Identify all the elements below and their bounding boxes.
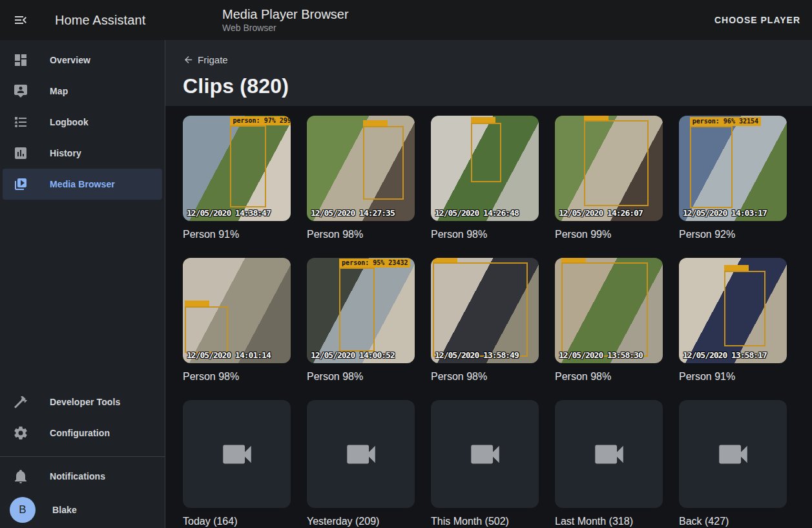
tooltip-account-icon [13,83,28,99]
sidebar-item-media-browser[interactable]: Media Browser [3,169,162,200]
main-panel: Frigate Clips (820) person: 97% 29988 12… [165,40,812,528]
detection-bbox [363,126,404,200]
folder-label: Last Month (318) [555,516,663,527]
detection-label: person: 97% 29988 [230,116,291,125]
breadcrumb-label: Frigate [198,54,228,65]
arrow-left-icon [183,54,194,65]
format-list-bulleted-icon [13,114,28,130]
clip-card[interactable]: 12/05/2020 14:27:35 Person 98% [307,116,415,240]
clip-timestamp: 12/05/2020 13:58:49 [435,350,519,360]
clip-thumbnail: 12/05/2020 14:26:07 [555,116,663,221]
folder-thumbnail [679,400,787,508]
clip-card[interactable]: person: 95% 23432 12/05/2020 14:00:52 Pe… [307,258,415,383]
clip-card[interactable]: person: 97% 29988 12/05/2020 14:38:47 Pe… [183,116,291,240]
hammer-icon [13,394,28,410]
clip-thumbnail: 12/05/2020 13:58:30 [555,258,663,363]
folder-thumbnail [555,400,663,508]
folder-label: This Month (502) [431,516,539,527]
clip-card[interactable]: 12/05/2020 13:58:49 Person 98% [431,258,539,383]
detection-bbox [724,271,765,346]
clip-timestamp: 12/05/2020 14:26:48 [435,208,519,218]
detection-bbox [433,262,528,357]
app-window: Home Assistant Media Player Browser Web … [0,0,812,528]
clip-card[interactable]: 12/05/2020 14:01:14 Person 98% [183,258,291,383]
folder-card-back[interactable]: Back (427) [679,400,787,527]
video-icon [218,436,256,473]
detection-bbox [339,268,375,352]
detection-mini-label [584,116,609,120]
video-icon [590,436,628,473]
folder-label: Back (427) [679,516,787,527]
detection-bbox [690,126,733,208]
sidebar-item-configuration[interactable]: Configuration [3,417,162,449]
clip-timestamp: 12/05/2020 14:00:52 [311,350,395,360]
video-icon [714,436,752,473]
sidebar-item-label: Media Browser [50,179,115,189]
clips-content: person: 97% 29988 12/05/2020 14:38:47 Pe… [165,106,812,528]
top-app-bar: Home Assistant Media Player Browser Web … [0,0,812,40]
sidebar-divider [0,456,165,457]
sidebar-spacer [0,200,165,386]
detection-mini-label [561,258,586,262]
page-title: Clips (820) [183,74,796,98]
detection-label: person: 96% 32154 [690,117,761,126]
clip-thumbnail: 12/05/2020 14:26:48 [431,116,539,221]
clip-card[interactable]: person: 96% 32154 12/05/2020 14:03:17 Pe… [679,116,787,240]
folder-thumbnail [431,400,539,508]
detection-mini-label [471,117,495,123]
sidebar-item-logbook[interactable]: Logbook [3,107,162,138]
folder-label: Yesterday (209) [307,516,415,527]
sidebar-item-map[interactable]: Map [3,76,162,107]
sidebar-item-overview[interactable]: Overview [3,45,162,76]
clip-caption: Person 99% [555,229,663,240]
breadcrumb[interactable]: Frigate [183,54,228,65]
media-player-title: Media Player Browser [222,6,349,22]
clip-card[interactable]: 12/05/2020 14:26:07 Person 99% [555,116,663,240]
folder-card-last-month[interactable]: Last Month (318) [555,400,663,527]
choose-player-button[interactable]: CHOOSE PLAYER [705,8,809,32]
sidebar: Overview Map Logbook History Med [0,40,165,528]
app-title: Home Assistant [55,13,145,28]
gear-icon [13,425,28,441]
clip-thumbnail: 12/05/2020 13:58:17 [679,258,787,363]
clip-caption: Person 98% [431,229,539,240]
sidebar-item-label: Overview [50,55,90,65]
detection-mini-label [433,258,457,262]
clip-thumbnail: 12/05/2020 14:01:14 [183,258,291,363]
clip-card[interactable]: 12/05/2020 14:26:48 Person 98% [431,116,539,240]
topbar-sidebar-section: Home Assistant [0,5,165,36]
clip-caption: Person 98% [183,371,291,383]
sidebar-item-notifications[interactable]: Notifications [3,461,162,492]
clip-card[interactable]: 12/05/2020 13:58:30 Person 98% [555,258,663,383]
sidebar-item-label: Developer Tools [50,397,120,407]
sidebar-item-label: History [50,148,81,158]
folder-card-yesterday[interactable]: Yesterday (209) [307,400,415,527]
detection-bbox [471,123,501,182]
detection-mini-label [185,301,209,306]
detection-bbox [185,306,228,353]
clip-timestamp: 12/05/2020 14:03:17 [683,208,767,218]
avatar: B [10,497,36,523]
sidebar-item-label: Logbook [50,117,88,127]
folder-label: Today (164) [183,516,291,527]
clip-timestamp: 12/05/2020 14:01:14 [187,350,271,360]
sidebar-item-user[interactable]: B Blake [3,492,162,528]
folder-thumbnail [183,400,291,508]
detection-bbox [584,120,649,207]
folder-card-this-month[interactable]: This Month (502) [431,400,539,527]
clip-thumbnail: person: 95% 23432 12/05/2020 14:00:52 [307,258,415,363]
detection-bbox [561,262,648,357]
detection-label: person: 95% 23432 [339,259,410,268]
menu-open-button[interactable] [5,5,36,36]
menu-open-icon [13,12,28,28]
sidebar-item-label: Blake [52,505,77,515]
bell-icon [13,469,28,484]
clip-timestamp: 12/05/2020 13:58:17 [683,350,767,360]
clip-thumbnail: person: 96% 32154 12/05/2020 14:03:17 [679,116,787,221]
clip-card[interactable]: 12/05/2020 13:58:17 Person 91% [679,258,787,383]
sidebar-item-history[interactable]: History [3,138,162,169]
clip-timestamp: 12/05/2020 14:27:35 [311,208,395,218]
sidebar-item-developer-tools[interactable]: Developer Tools [3,386,162,417]
folder-card-today[interactable]: Today (164) [183,400,291,527]
folder-thumbnail [307,400,415,508]
